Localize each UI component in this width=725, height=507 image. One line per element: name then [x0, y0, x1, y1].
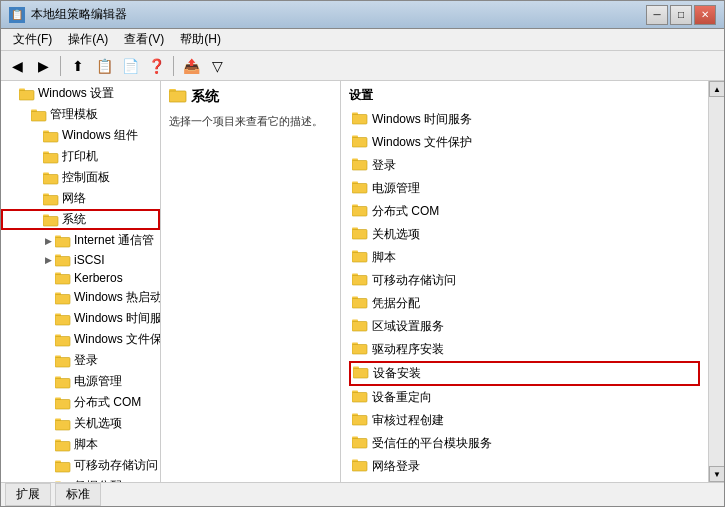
copy-button[interactable]: 📋	[92, 54, 116, 78]
folder-icon-setting	[352, 295, 368, 312]
tree-toggle-windows-components[interactable]	[29, 129, 43, 143]
folder-icon-setting	[352, 412, 368, 429]
close-button[interactable]: ✕	[694, 5, 716, 25]
settings-item-----COM[interactable]: 分布式 COM	[349, 200, 700, 223]
tree-toggle-script[interactable]	[41, 438, 55, 452]
scroll-track[interactable]	[709, 97, 724, 466]
settings-list: Windows 时间服务 Windows 文件保护 登录 电源管理 分布式 CO…	[349, 108, 700, 478]
tree-toggle-windows-settings[interactable]	[5, 87, 19, 101]
tree-toggle-iscsi[interactable]: ▶	[41, 253, 55, 267]
svg-rect-109	[352, 460, 358, 463]
settings-item-------[interactable]: 审核过程创建	[349, 409, 700, 432]
svg-rect-84	[352, 276, 367, 286]
minimize-button[interactable]: ─	[646, 5, 668, 25]
settings-item-Windows-----[interactable]: Windows 文件保护	[349, 131, 700, 154]
svg-rect-48	[55, 420, 70, 430]
right-scrollbar[interactable]: ▲ ▼	[708, 81, 724, 482]
help-button[interactable]: ❓	[144, 54, 168, 78]
tree-toggle-internet-comms[interactable]: ▶	[41, 234, 55, 248]
settings-item-----------[interactable]: 受信任的平台模块服务	[349, 432, 700, 455]
tree-item-windows-time[interactable]: Windows 时间服	[1, 308, 160, 329]
toolbar-separator-2	[173, 56, 174, 76]
menu-item----F-[interactable]: 文件(F)	[5, 29, 60, 50]
tree-toggle-windows-time[interactable]	[41, 312, 55, 326]
tree-item-internet-comms[interactable]: ▶ Internet 通信管	[1, 230, 160, 251]
settings-item-----[interactable]: 电源管理	[349, 177, 700, 200]
tree-item-script[interactable]: 脚本	[1, 434, 160, 455]
tree-item-iscsi[interactable]: ▶ iSCSI	[1, 251, 160, 269]
tree-item-windows-hotfix[interactable]: Windows 热启动	[1, 287, 160, 308]
settings-item-------[interactable]: 驱动程序安装	[349, 338, 700, 361]
settings-item---[interactable]: 登录	[349, 154, 700, 177]
status-tab-扩展[interactable]: 扩展	[5, 483, 51, 506]
tree-toggle-admin-templates[interactable]	[17, 108, 31, 122]
tree-label-login: 登录	[74, 352, 98, 369]
tree-toggle-windows-file[interactable]	[41, 333, 55, 347]
settings-item-Windows-----[interactable]: Windows 时间服务	[349, 108, 700, 131]
tree-toggle-login[interactable]	[41, 354, 55, 368]
tree-toggle-kerberos[interactable]	[41, 271, 55, 285]
menu-bar: 文件(F)操作(A)查看(V)帮助(H)	[1, 29, 724, 51]
menu-item----A-[interactable]: 操作(A)	[60, 29, 116, 50]
tree-toggle-network[interactable]	[29, 192, 43, 206]
svg-rect-36	[55, 336, 70, 346]
filter-button[interactable]: ▽	[205, 54, 229, 78]
tree-label-admin-templates: 管理模板	[50, 106, 98, 123]
tree-toggle-system[interactable]	[29, 213, 43, 227]
tree-toggle-printer[interactable]	[29, 150, 43, 164]
tree-item-admin-templates[interactable]: 管理模板	[1, 104, 160, 125]
svg-rect-54	[55, 462, 70, 472]
tree-toggle-shutdown[interactable]	[41, 417, 55, 431]
folder-icon-setting	[352, 203, 368, 220]
settings-item------[interactable]: 设备重定向	[349, 386, 700, 409]
scroll-down-button[interactable]: ▼	[709, 466, 724, 482]
folder-icon-admin-templates	[31, 108, 47, 122]
tree-item-windows-settings[interactable]: Windows 设置	[1, 83, 160, 104]
settings-item-------[interactable]: 区域设置服务	[349, 315, 700, 338]
tree-item-shutdown[interactable]: 关机选项	[1, 413, 160, 434]
restore-button[interactable]: □	[670, 5, 692, 25]
back-button[interactable]: ◀	[5, 54, 29, 78]
tree-item-windows-components[interactable]: Windows 组件	[1, 125, 160, 146]
settings-item---[interactable]: 脚本	[349, 246, 700, 269]
settings-item--------[interactable]: 可移动存储访问	[349, 269, 700, 292]
tree-pane[interactable]: Windows 设置 管理模板 Windows 组件 打印机 控制面板 网络 系…	[1, 81, 161, 482]
tree-item-login[interactable]: 登录	[1, 350, 160, 371]
settings-item-----[interactable]: 凭据分配	[349, 292, 700, 315]
tree-item-system[interactable]: 系统	[1, 209, 160, 230]
settings-label: 分布式 COM	[372, 203, 439, 220]
tree-label-script: 脚本	[74, 436, 98, 453]
tree-toggle-removable-storage[interactable]	[41, 459, 55, 473]
svg-rect-66	[352, 138, 367, 148]
settings-item-----[interactable]: 网络登录	[349, 455, 700, 478]
tree-toggle-windows-hotfix[interactable]	[41, 291, 55, 305]
scroll-up-button[interactable]: ▲	[709, 81, 724, 97]
tree-item-control-panel[interactable]: 控制面板	[1, 167, 160, 188]
folder-icon-setting	[352, 226, 368, 243]
settings-item-----[interactable]: 关机选项	[349, 223, 700, 246]
tree-item-distributed-com[interactable]: 分布式 COM	[1, 392, 160, 413]
tree-toggle-distributed-com[interactable]	[41, 396, 55, 410]
tree-item-network[interactable]: 网络	[1, 188, 160, 209]
settings-item-----[interactable]: 设备安装	[349, 361, 700, 386]
forward-button[interactable]: ▶	[31, 54, 55, 78]
svg-rect-31	[55, 292, 61, 295]
svg-rect-85	[352, 274, 358, 277]
svg-rect-82	[352, 251, 358, 254]
svg-rect-58	[55, 481, 61, 482]
tree-item-printer[interactable]: 打印机	[1, 146, 160, 167]
tree-label-windows-components: Windows 组件	[62, 127, 138, 144]
tree-item-power-mgmt[interactable]: 电源管理	[1, 371, 160, 392]
properties-button[interactable]: 📄	[118, 54, 142, 78]
window-title: 本地组策略编辑器	[31, 6, 646, 23]
tree-toggle-power-mgmt[interactable]	[41, 375, 55, 389]
export-button[interactable]: 📤	[179, 54, 203, 78]
up-button[interactable]: ⬆	[66, 54, 90, 78]
status-tab-标准[interactable]: 标准	[55, 483, 101, 506]
tree-toggle-control-panel[interactable]	[29, 171, 43, 185]
tree-item-removable-storage[interactable]: 可移动存储访问	[1, 455, 160, 476]
tree-item-kerberos[interactable]: Kerberos	[1, 269, 160, 287]
menu-item----H-[interactable]: 帮助(H)	[172, 29, 229, 50]
menu-item----V-[interactable]: 查看(V)	[116, 29, 172, 50]
tree-item-windows-file[interactable]: Windows 文件保	[1, 329, 160, 350]
